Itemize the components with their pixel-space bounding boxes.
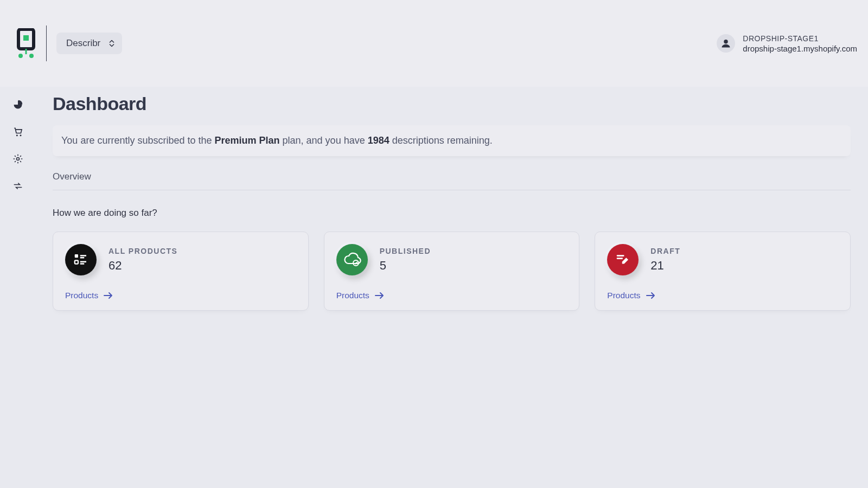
banner-prefix: You are currently subscribed to the: [61, 135, 215, 146]
sidebar-item-dashboard[interactable]: [12, 99, 24, 111]
card-all-products: ALL PRODUCTS 62 Products: [53, 232, 309, 311]
sidebar-item-sync[interactable]: [12, 180, 24, 192]
account-menu[interactable]: DROPSHIP-STAGE1 dropship-stage1.myshopif…: [717, 34, 857, 53]
pen-icon: [607, 244, 639, 275]
app-selector[interactable]: Describr: [56, 33, 122, 54]
svg-point-3: [18, 54, 23, 58]
header: Describr DROPSHIP-STAGE1 dropship-stage1…: [0, 0, 868, 87]
card-link-label: Products: [65, 291, 98, 300]
svg-point-7: [20, 134, 21, 136]
svg-rect-1: [23, 35, 29, 41]
svg-point-8: [16, 158, 19, 160]
account-domain: dropship-stage1.myshopify.com: [743, 44, 857, 53]
sidebar: [0, 87, 35, 488]
card-link-label: Products: [336, 291, 369, 300]
card-products-link[interactable]: Products: [607, 291, 838, 300]
card-value: 5: [380, 259, 431, 273]
grid-list-icon: [65, 244, 97, 275]
subscription-banner: You are currently subscribed to the Prem…: [53, 125, 851, 156]
person-icon: [720, 38, 731, 49]
arrow-right-icon: [104, 292, 113, 299]
sidebar-item-products[interactable]: [12, 126, 24, 138]
card-label: DRAFT: [650, 247, 680, 255]
card-products-link[interactable]: Products: [336, 291, 567, 300]
card-published: PUBLISHED 5 Products: [324, 232, 580, 311]
svg-point-6: [16, 134, 17, 136]
gear-icon: [12, 153, 23, 164]
banner-plan: Premium Plan: [215, 135, 280, 146]
swap-icon: [12, 181, 23, 191]
card-value: 62: [108, 259, 177, 273]
app-selector-label: Describr: [66, 38, 100, 48]
card-link-label: Products: [607, 291, 640, 300]
card-products-link[interactable]: Products: [65, 291, 296, 300]
main-content: Dashboard You are currently subscribed t…: [35, 87, 868, 488]
svg-point-4: [29, 54, 34, 58]
chevron-sort-icon: [109, 40, 114, 47]
overview-subheading: How we are doing so far?: [53, 208, 851, 219]
logo-icon: [17, 28, 35, 59]
card-label: ALL PRODUCTS: [108, 247, 177, 255]
sidebar-item-settings[interactable]: [12, 153, 24, 165]
section-overview-label: Overview: [53, 171, 851, 190]
account-name: DROPSHIP-STAGE1: [743, 34, 857, 43]
card-label: PUBLISHED: [380, 247, 431, 255]
svg-rect-9: [75, 254, 78, 258]
pie-chart-icon: [12, 99, 23, 110]
arrow-right-icon: [375, 292, 385, 299]
avatar: [717, 34, 735, 53]
page-title: Dashboard: [53, 93, 851, 114]
arrow-right-icon: [646, 292, 656, 299]
banner-mid: plan, and you have: [280, 135, 368, 146]
banner-count: 1984: [368, 135, 390, 146]
header-divider: [46, 25, 47, 61]
cart-icon: [12, 126, 23, 137]
banner-suffix: descriptions remaining.: [390, 135, 493, 146]
cloud-check-icon: [336, 244, 368, 275]
account-text: DROPSHIP-STAGE1 dropship-stage1.myshopif…: [743, 34, 857, 53]
app-logo[interactable]: [11, 28, 41, 59]
card-value: 21: [650, 259, 680, 273]
overview-cards: ALL PRODUCTS 62 Products: [53, 232, 851, 311]
svg-point-5: [724, 40, 729, 44]
svg-rect-10: [75, 260, 78, 264]
card-draft: DRAFT 21 Products: [595, 232, 851, 311]
